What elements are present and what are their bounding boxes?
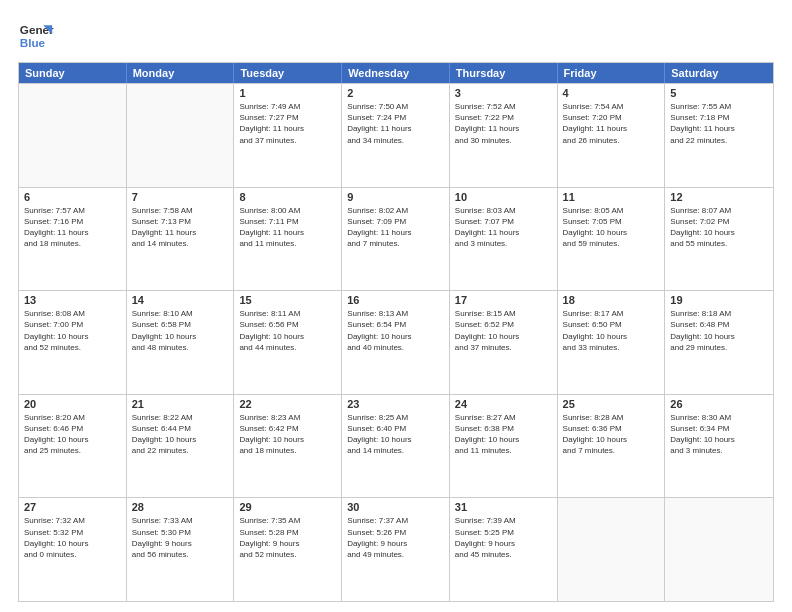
cell-details: Sunrise: 8:27 AM Sunset: 6:38 PM Dayligh…: [455, 412, 552, 457]
calendar-cell: 4Sunrise: 7:54 AM Sunset: 7:20 PM Daylig…: [558, 84, 666, 187]
day-number: 18: [563, 294, 660, 306]
calendar-cell: 20Sunrise: 8:20 AM Sunset: 6:46 PM Dayli…: [19, 395, 127, 498]
day-number: 4: [563, 87, 660, 99]
cell-details: Sunrise: 8:10 AM Sunset: 6:58 PM Dayligh…: [132, 308, 229, 353]
cell-details: Sunrise: 8:25 AM Sunset: 6:40 PM Dayligh…: [347, 412, 444, 457]
cell-details: Sunrise: 7:58 AM Sunset: 7:13 PM Dayligh…: [132, 205, 229, 250]
calendar-cell: 16Sunrise: 8:13 AM Sunset: 6:54 PM Dayli…: [342, 291, 450, 394]
day-number: 31: [455, 501, 552, 513]
day-number: 26: [670, 398, 768, 410]
day-number: 9: [347, 191, 444, 203]
day-number: 20: [24, 398, 121, 410]
calendar: SundayMondayTuesdayWednesdayThursdayFrid…: [18, 62, 774, 602]
calendar-header: SundayMondayTuesdayWednesdayThursdayFrid…: [19, 63, 773, 83]
cell-details: Sunrise: 8:07 AM Sunset: 7:02 PM Dayligh…: [670, 205, 768, 250]
calendar-cell: 9Sunrise: 8:02 AM Sunset: 7:09 PM Daylig…: [342, 188, 450, 291]
cell-details: Sunrise: 8:22 AM Sunset: 6:44 PM Dayligh…: [132, 412, 229, 457]
day-number: 10: [455, 191, 552, 203]
cell-details: Sunrise: 7:33 AM Sunset: 5:30 PM Dayligh…: [132, 515, 229, 560]
day-number: 14: [132, 294, 229, 306]
calendar-cell: 18Sunrise: 8:17 AM Sunset: 6:50 PM Dayli…: [558, 291, 666, 394]
calendar-row-3: 20Sunrise: 8:20 AM Sunset: 6:46 PM Dayli…: [19, 394, 773, 498]
calendar-cell: 17Sunrise: 8:15 AM Sunset: 6:52 PM Dayli…: [450, 291, 558, 394]
day-number: 19: [670, 294, 768, 306]
cell-details: Sunrise: 8:28 AM Sunset: 6:36 PM Dayligh…: [563, 412, 660, 457]
calendar-cell: 22Sunrise: 8:23 AM Sunset: 6:42 PM Dayli…: [234, 395, 342, 498]
day-number: 5: [670, 87, 768, 99]
calendar-cell: 30Sunrise: 7:37 AM Sunset: 5:26 PM Dayli…: [342, 498, 450, 601]
cell-details: Sunrise: 8:02 AM Sunset: 7:09 PM Dayligh…: [347, 205, 444, 250]
day-number: 28: [132, 501, 229, 513]
calendar-cell: 13Sunrise: 8:08 AM Sunset: 7:00 PM Dayli…: [19, 291, 127, 394]
cell-details: Sunrise: 8:13 AM Sunset: 6:54 PM Dayligh…: [347, 308, 444, 353]
day-number: 15: [239, 294, 336, 306]
day-number: 21: [132, 398, 229, 410]
calendar-row-2: 13Sunrise: 8:08 AM Sunset: 7:00 PM Dayli…: [19, 290, 773, 394]
cell-details: Sunrise: 8:05 AM Sunset: 7:05 PM Dayligh…: [563, 205, 660, 250]
cell-details: Sunrise: 7:57 AM Sunset: 7:16 PM Dayligh…: [24, 205, 121, 250]
header-day-wednesday: Wednesday: [342, 63, 450, 83]
cell-details: Sunrise: 8:15 AM Sunset: 6:52 PM Dayligh…: [455, 308, 552, 353]
cell-details: Sunrise: 8:18 AM Sunset: 6:48 PM Dayligh…: [670, 308, 768, 353]
cell-details: Sunrise: 7:39 AM Sunset: 5:25 PM Dayligh…: [455, 515, 552, 560]
logo-icon: General Blue: [18, 18, 54, 54]
calendar-row-0: 1Sunrise: 7:49 AM Sunset: 7:27 PM Daylig…: [19, 83, 773, 187]
day-number: 17: [455, 294, 552, 306]
cell-details: Sunrise: 7:50 AM Sunset: 7:24 PM Dayligh…: [347, 101, 444, 146]
calendar-cell: 10Sunrise: 8:03 AM Sunset: 7:07 PM Dayli…: [450, 188, 558, 291]
day-number: 29: [239, 501, 336, 513]
calendar-cell: 2Sunrise: 7:50 AM Sunset: 7:24 PM Daylig…: [342, 84, 450, 187]
calendar-cell: [127, 84, 235, 187]
cell-details: Sunrise: 7:55 AM Sunset: 7:18 PM Dayligh…: [670, 101, 768, 146]
day-number: 12: [670, 191, 768, 203]
day-number: 30: [347, 501, 444, 513]
calendar-cell: 25Sunrise: 8:28 AM Sunset: 6:36 PM Dayli…: [558, 395, 666, 498]
day-number: 2: [347, 87, 444, 99]
calendar-cell: 1Sunrise: 7:49 AM Sunset: 7:27 PM Daylig…: [234, 84, 342, 187]
calendar-cell: [19, 84, 127, 187]
calendar-cell: 3Sunrise: 7:52 AM Sunset: 7:22 PM Daylig…: [450, 84, 558, 187]
cell-details: Sunrise: 8:03 AM Sunset: 7:07 PM Dayligh…: [455, 205, 552, 250]
svg-text:Blue: Blue: [20, 36, 46, 49]
calendar-cell: 8Sunrise: 8:00 AM Sunset: 7:11 PM Daylig…: [234, 188, 342, 291]
cell-details: Sunrise: 7:37 AM Sunset: 5:26 PM Dayligh…: [347, 515, 444, 560]
calendar-cell: 26Sunrise: 8:30 AM Sunset: 6:34 PM Dayli…: [665, 395, 773, 498]
calendar-row-4: 27Sunrise: 7:32 AM Sunset: 5:32 PM Dayli…: [19, 497, 773, 601]
calendar-row-1: 6Sunrise: 7:57 AM Sunset: 7:16 PM Daylig…: [19, 187, 773, 291]
logo: General Blue: [18, 18, 54, 54]
calendar-cell: 12Sunrise: 8:07 AM Sunset: 7:02 PM Dayli…: [665, 188, 773, 291]
calendar-cell: 14Sunrise: 8:10 AM Sunset: 6:58 PM Dayli…: [127, 291, 235, 394]
calendar-cell: 21Sunrise: 8:22 AM Sunset: 6:44 PM Dayli…: [127, 395, 235, 498]
header-day-thursday: Thursday: [450, 63, 558, 83]
calendar-cell: 7Sunrise: 7:58 AM Sunset: 7:13 PM Daylig…: [127, 188, 235, 291]
calendar-cell: 15Sunrise: 8:11 AM Sunset: 6:56 PM Dayli…: [234, 291, 342, 394]
cell-details: Sunrise: 7:54 AM Sunset: 7:20 PM Dayligh…: [563, 101, 660, 146]
day-number: 8: [239, 191, 336, 203]
calendar-cell: 31Sunrise: 7:39 AM Sunset: 5:25 PM Dayli…: [450, 498, 558, 601]
cell-details: Sunrise: 8:00 AM Sunset: 7:11 PM Dayligh…: [239, 205, 336, 250]
day-number: 27: [24, 501, 121, 513]
calendar-cell: 19Sunrise: 8:18 AM Sunset: 6:48 PM Dayli…: [665, 291, 773, 394]
day-number: 13: [24, 294, 121, 306]
calendar-cell: 5Sunrise: 7:55 AM Sunset: 7:18 PM Daylig…: [665, 84, 773, 187]
calendar-page: General Blue SundayMondayTuesdayWednesda…: [0, 0, 792, 612]
cell-details: Sunrise: 8:20 AM Sunset: 6:46 PM Dayligh…: [24, 412, 121, 457]
calendar-cell: 11Sunrise: 8:05 AM Sunset: 7:05 PM Dayli…: [558, 188, 666, 291]
cell-details: Sunrise: 8:08 AM Sunset: 7:00 PM Dayligh…: [24, 308, 121, 353]
cell-details: Sunrise: 8:11 AM Sunset: 6:56 PM Dayligh…: [239, 308, 336, 353]
day-number: 25: [563, 398, 660, 410]
day-number: 23: [347, 398, 444, 410]
header-day-monday: Monday: [127, 63, 235, 83]
cell-details: Sunrise: 8:17 AM Sunset: 6:50 PM Dayligh…: [563, 308, 660, 353]
calendar-cell: 24Sunrise: 8:27 AM Sunset: 6:38 PM Dayli…: [450, 395, 558, 498]
calendar-body: 1Sunrise: 7:49 AM Sunset: 7:27 PM Daylig…: [19, 83, 773, 601]
day-number: 24: [455, 398, 552, 410]
cell-details: Sunrise: 7:52 AM Sunset: 7:22 PM Dayligh…: [455, 101, 552, 146]
day-number: 3: [455, 87, 552, 99]
day-number: 16: [347, 294, 444, 306]
header-day-tuesday: Tuesday: [234, 63, 342, 83]
calendar-cell: [665, 498, 773, 601]
day-number: 6: [24, 191, 121, 203]
calendar-cell: 29Sunrise: 7:35 AM Sunset: 5:28 PM Dayli…: [234, 498, 342, 601]
header-day-friday: Friday: [558, 63, 666, 83]
